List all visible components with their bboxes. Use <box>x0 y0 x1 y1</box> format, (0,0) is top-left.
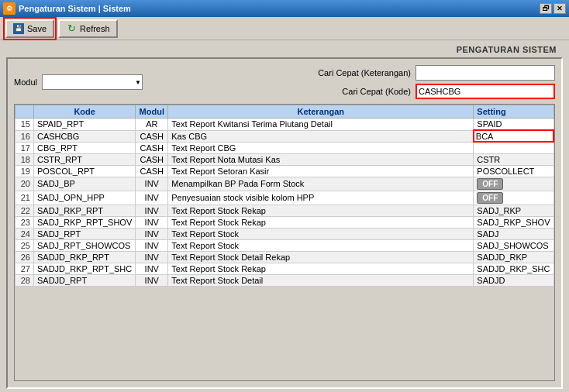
cell-setting: SADJD_RKP_SHC <box>474 263 553 274</box>
table-row[interactable]: 21SADJ_OPN_HPPINVPenyesuaian stock visib… <box>16 191 554 205</box>
cari-keterangan-label: Cari Cepat (Keterangan) <box>318 68 411 77</box>
page-title-bar: PENGATURAN SISTEM <box>6 43 563 57</box>
table-row[interactable]: 23SADJ_RKP_RPT_SHOVINVText Report Stock … <box>16 216 554 228</box>
cell-modul: INV <box>136 216 168 228</box>
cell-setting: SADJD_RKP <box>474 251 553 263</box>
cell-setting: SADJ_RKP <box>474 205 553 216</box>
window-title: Pengaturan Sistem | Sistem <box>19 4 131 13</box>
restore-button[interactable]: 🗗 <box>540 3 552 14</box>
table-row[interactable]: 25SADJ_RPT_SHOWCOSINVText Report StockSA… <box>16 239 554 251</box>
cell-kode: CBG_RPT <box>34 142 136 153</box>
cell-num: 20 <box>16 177 34 191</box>
table-row[interactable]: 24SADJ_RPTINVText Report StockSADJ <box>16 228 554 239</box>
col-header-kode: Kode <box>34 105 136 119</box>
close-button[interactable]: ✕ <box>553 3 566 14</box>
cell-keterangan: Text Report CBG <box>168 142 474 153</box>
cell-kode: SADJ_BP <box>34 177 136 191</box>
filter-left: Modul ▼ <box>14 74 143 90</box>
cell-kode: SADJ_RKP_RPT <box>34 205 136 216</box>
cell-kode: POSCOL_RPT <box>34 165 136 177</box>
cari-kode-row: Cari Cepat (Kode) <box>342 84 555 99</box>
table-container: Kode Modul Keterangan Setting 15SPAID_RP… <box>14 104 555 381</box>
table-row[interactable]: 19POSCOL_RPTCASHText Report Setoran Kasi… <box>16 165 554 177</box>
cell-modul: INV <box>136 274 168 286</box>
table-row[interactable]: 27SADJD_RKP_RPT_SHCINVText Report Stock … <box>16 263 554 274</box>
col-header-setting: Setting <box>474 105 553 119</box>
table-row[interactable]: 26SADJD_RKP_RPTINVText Report Stock Deta… <box>16 251 554 263</box>
cell-keterangan: Text Report Stock Detail Rekap <box>168 251 474 263</box>
cell-setting: SADJ <box>474 228 553 239</box>
cari-keterangan-row: Cari Cepat (Keterangan) <box>318 65 555 81</box>
cell-keterangan: Text Report Nota Mutasi Kas <box>168 153 474 165</box>
cell-num: 23 <box>16 216 34 228</box>
table-row[interactable]: 28SADJD_RPTINVText Report Stock DetailSA… <box>16 274 554 286</box>
table-row[interactable]: 17CBG_RPTCASHText Report CBG <box>16 142 554 153</box>
cell-keterangan: Text Report Stock Detail <box>168 274 474 286</box>
cell-num: 24 <box>16 228 34 239</box>
cell-num: 27 <box>16 263 34 274</box>
cell-setting: SADJ_SHOWCOS <box>474 239 553 251</box>
cell-kode: SADJ_RPT_SHOWCOS <box>34 239 136 251</box>
cell-kode: SPAID_RPT <box>34 119 136 131</box>
cell-keterangan: Penyesuaian stock visible kolom HPP <box>168 191 474 205</box>
save-button[interactable]: 💾 Save <box>5 19 54 38</box>
refresh-button[interactable]: ↻ Refresh <box>58 19 118 38</box>
cell-setting: SADJ_RKP_SHOV <box>474 216 553 228</box>
cell-modul: CASH <box>136 153 168 165</box>
cell-num: 15 <box>16 119 34 131</box>
cell-setting: BCA <box>474 130 553 142</box>
cari-kode-input[interactable] <box>416 84 555 99</box>
cell-keterangan: Text Report Setoran Kasir <box>168 165 474 177</box>
table-row[interactable]: 18CSTR_RPTCASHText Report Nota Mutasi Ka… <box>16 153 554 165</box>
page-title: PENGATURAN SISTEM <box>457 45 557 54</box>
cari-keterangan-input[interactable] <box>416 65 555 81</box>
cell-num: 25 <box>16 239 34 251</box>
title-bar-left: ⚙ Pengaturan Sistem | Sistem <box>3 2 131 15</box>
cell-kode: SADJ_OPN_HPP <box>34 191 136 205</box>
col-header-keterangan: Keterangan <box>168 105 474 119</box>
cell-num: 17 <box>16 142 34 153</box>
data-table: Kode Modul Keterangan Setting 15SPAID_RP… <box>15 105 554 287</box>
cell-modul: INV <box>136 177 168 191</box>
toggle-off-badge[interactable]: OFF <box>477 192 503 204</box>
table-header-row: Kode Modul Keterangan Setting <box>16 105 554 119</box>
col-header-modul: Modul <box>136 105 168 119</box>
cell-kode: SADJD_RKP_RPT <box>34 251 136 263</box>
filter-right: Cari Cepat (Keterangan) Cari Cepat (Kode… <box>318 65 555 99</box>
save-btn-border: 💾 Save <box>3 17 57 40</box>
cell-modul: INV <box>136 205 168 216</box>
table-row[interactable]: 20SADJ_BPINVMenampilkan BP Pada Form Sto… <box>16 177 554 191</box>
cell-modul: CASH <box>136 165 168 177</box>
cell-keterangan: Text Report Stock <box>168 228 474 239</box>
main-area: PENGATURAN SISTEM Modul ▼ Cari Cepat (Ke… <box>0 40 569 392</box>
table-row[interactable]: 22SADJ_RKP_RPTINVText Report Stock Rekap… <box>16 205 554 216</box>
save-label: Save <box>27 24 47 33</box>
cell-kode: SADJ_RKP_RPT_SHOV <box>34 216 136 228</box>
toggle-off-badge[interactable]: OFF <box>477 178 503 190</box>
cell-num: 28 <box>16 274 34 286</box>
cell-modul: INV <box>136 251 168 263</box>
cell-setting: SPAID <box>474 119 553 131</box>
cell-kode: SADJD_RKP_RPT_SHC <box>34 263 136 274</box>
modul-label: Modul <box>14 77 37 87</box>
filter-row: Modul ▼ Cari Cepat (Keterangan) Cari Cep… <box>14 65 555 99</box>
cell-setting: OFF <box>474 177 553 191</box>
cell-num: 16 <box>16 130 34 142</box>
cell-modul: INV <box>136 239 168 251</box>
table-row[interactable]: 16CASHCBGCASHKas CBGBCA <box>16 130 554 142</box>
cell-setting: CSTR <box>474 153 553 165</box>
modul-dropdown-wrapper: ▼ <box>42 74 143 90</box>
modul-dropdown[interactable] <box>42 74 143 90</box>
cell-modul: INV <box>136 191 168 205</box>
content-panel: Modul ▼ Cari Cepat (Keterangan) Cari Cep… <box>6 57 563 389</box>
col-header-num <box>16 105 34 119</box>
cell-kode: SADJ_RPT <box>34 228 136 239</box>
cell-kode: CSTR_RPT <box>34 153 136 165</box>
cell-num: 18 <box>16 153 34 165</box>
cell-keterangan: Text Report Stock Rekap <box>168 263 474 274</box>
cell-keterangan: Kas CBG <box>168 130 474 142</box>
cell-setting: POSCOLLECT <box>474 165 553 177</box>
table-row[interactable]: 15SPAID_RPTARText Report Kwitansi Terima… <box>16 119 554 131</box>
cell-setting: SADJD <box>474 274 553 286</box>
table-wrapper[interactable]: Kode Modul Keterangan Setting 15SPAID_RP… <box>15 105 554 380</box>
